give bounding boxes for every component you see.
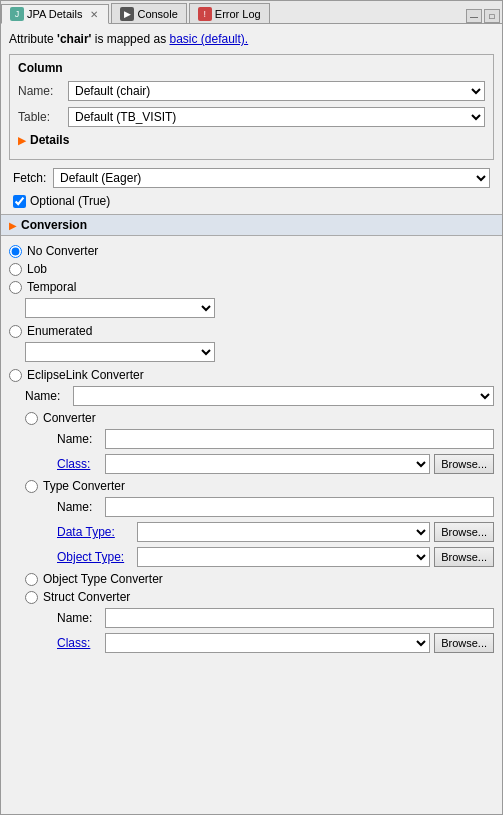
eclipselink-name-select[interactable] <box>73 386 494 406</box>
lob-label: Lob <box>27 262 47 276</box>
tab-bar: J JPA Details ✕ ▶ Console ! Error Log — … <box>1 1 502 24</box>
type-converter-label: Type Converter <box>43 479 125 493</box>
struct-converter-name-input[interactable] <box>105 608 494 628</box>
conversion-section-header[interactable]: ▶ Conversion <box>1 215 502 236</box>
jpa-tab-icon: J <box>10 7 24 21</box>
type-converter-radio[interactable] <box>25 480 38 493</box>
details-label: Details <box>30 133 69 147</box>
minimize-button[interactable]: — <box>466 9 482 23</box>
optional-checkbox[interactable] <box>13 195 26 208</box>
details-row: ▶ Details <box>18 133 485 147</box>
optional-label: Optional (True) <box>30 194 110 208</box>
struct-converter-name-row: Name: <box>57 608 494 628</box>
temporal-select[interactable] <box>25 298 215 318</box>
type-converter-object-browse-button[interactable]: Browse... <box>434 547 494 567</box>
type-converter-fields: Name: Data Type: Browse... Object Type: … <box>57 497 494 567</box>
eclipselink-name-label: Name: <box>25 389 73 403</box>
converter-name-row: Name: <box>57 429 494 449</box>
tab-console[interactable]: ▶ Console <box>111 3 186 23</box>
converter-class-label[interactable]: Class: <box>57 457 105 471</box>
column-group: Column Name: Default (chair) Table: Defa… <box>9 54 494 160</box>
type-converter-data-type-select[interactable] <box>137 522 430 542</box>
converter-fields: Name: Class: Browse... <box>57 429 494 474</box>
attribute-description: Attribute 'chair' is mapped as basic (de… <box>9 32 494 46</box>
type-converter-section: Type Converter Name: Data Type: Browse..… <box>25 479 494 567</box>
enumerated-label: Enumerated <box>27 324 92 338</box>
struct-converter-class-select[interactable] <box>105 633 430 653</box>
column-group-title: Column <box>18 61 485 75</box>
enumerated-select-row <box>25 342 494 362</box>
content-area: Attribute 'chair' is mapped as basic (de… <box>1 24 502 814</box>
converter-name-label: Name: <box>57 432 105 446</box>
struct-converter-radio[interactable] <box>25 591 38 604</box>
attr-prefix: Attribute <box>9 32 57 46</box>
console-tab-label: Console <box>137 8 177 20</box>
main-window: J JPA Details ✕ ▶ Console ! Error Log — … <box>0 0 503 815</box>
fetch-row: Fetch: Default (Eager) <box>9 168 494 188</box>
converter-name-input[interactable] <box>105 429 494 449</box>
console-tab-icon: ▶ <box>120 7 134 21</box>
struct-converter-section: Struct Converter Name: Class: Browse... <box>25 590 494 653</box>
optional-row: Optional (True) <box>9 194 494 208</box>
conversion-section-title: Conversion <box>21 218 87 232</box>
eclipselink-converter-label: EclipseLink Converter <box>27 368 144 382</box>
table-label: Table: <box>18 110 68 124</box>
object-type-converter-section: Object Type Converter <box>25 572 494 586</box>
converter-sub-label: Converter <box>43 411 96 425</box>
name-select[interactable]: Default (chair) <box>68 81 485 101</box>
no-converter-row: No Converter <box>9 244 494 258</box>
details-triangle-icon: ▶ <box>18 135 26 146</box>
type-converter-object-type-row: Object Type: Browse... <box>57 547 494 567</box>
fetch-label: Fetch: <box>13 171 53 185</box>
eclipselink-converter-radio[interactable] <box>9 369 22 382</box>
struct-converter-class-label[interactable]: Class: <box>57 636 105 650</box>
temporal-select-row <box>25 298 494 318</box>
temporal-row: Temporal <box>9 280 494 294</box>
error-tab-label: Error Log <box>215 8 261 20</box>
type-converter-object-type-label[interactable]: Object Type: <box>57 550 137 564</box>
type-converter-name-input[interactable] <box>105 497 494 517</box>
conversion-triangle-icon: ▶ <box>9 220 17 231</box>
tab-jpa-details[interactable]: J JPA Details ✕ <box>1 4 109 24</box>
enumerated-select[interactable] <box>25 342 215 362</box>
tab-error-log[interactable]: ! Error Log <box>189 3 270 23</box>
no-converter-radio[interactable] <box>9 245 22 258</box>
object-type-converter-radio-row: Object Type Converter <box>25 572 494 586</box>
attr-mapping-link[interactable]: basic (default). <box>169 32 248 46</box>
type-converter-radio-row: Type Converter <box>25 479 494 493</box>
jpa-tab-close[interactable]: ✕ <box>88 8 100 20</box>
table-field-row: Table: Default (TB_VISIT) <box>18 107 485 127</box>
type-converter-data-type-label[interactable]: Data Type: <box>57 525 137 539</box>
eclipselink-converter-row: EclipseLink Converter <box>9 368 494 382</box>
maximize-button[interactable]: □ <box>484 9 500 23</box>
temporal-label: Temporal <box>27 280 76 294</box>
enumerated-radio[interactable] <box>9 325 22 338</box>
converter-sub-section: Converter Name: Class: Browse... <box>25 411 494 474</box>
jpa-tab-label: JPA Details <box>27 8 82 20</box>
no-converter-label: No Converter <box>27 244 98 258</box>
converter-class-browse-button[interactable]: Browse... <box>434 454 494 474</box>
window-controls: — □ <box>464 9 500 23</box>
error-tab-icon: ! <box>198 7 212 21</box>
type-converter-object-type-select[interactable] <box>137 547 430 567</box>
details-toggle[interactable]: ▶ Details <box>18 133 69 147</box>
struct-converter-radio-row: Struct Converter <box>25 590 494 604</box>
table-select[interactable]: Default (TB_VISIT) <box>68 107 485 127</box>
eclipselink-name-row: Name: <box>25 386 494 406</box>
converter-radio-row: Converter <box>25 411 494 425</box>
struct-converter-fields: Name: Class: Browse... <box>57 608 494 653</box>
type-converter-data-browse-button[interactable]: Browse... <box>434 522 494 542</box>
converter-sub-radio[interactable] <box>25 412 38 425</box>
object-type-converter-radio[interactable] <box>25 573 38 586</box>
lob-radio[interactable] <box>9 263 22 276</box>
fetch-select[interactable]: Default (Eager) <box>53 168 490 188</box>
type-converter-name-row: Name: <box>57 497 494 517</box>
type-converter-data-type-row: Data Type: Browse... <box>57 522 494 542</box>
lob-row: Lob <box>9 262 494 276</box>
struct-converter-browse-button[interactable]: Browse... <box>434 633 494 653</box>
attr-middle: is mapped as <box>91 32 169 46</box>
name-field-row: Name: Default (chair) <box>18 81 485 101</box>
converter-class-row: Class: Browse... <box>57 454 494 474</box>
temporal-radio[interactable] <box>9 281 22 294</box>
converter-class-select[interactable] <box>105 454 430 474</box>
